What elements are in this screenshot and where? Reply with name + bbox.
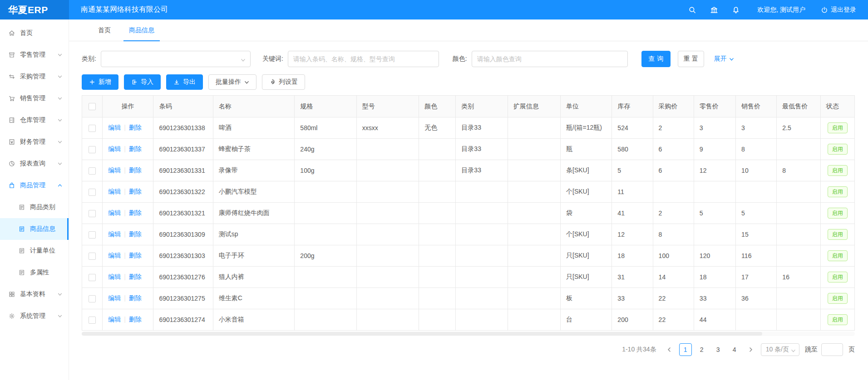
sidebar-item-4[interactable]: 销售管理 (0, 88, 69, 109)
sidebar-item-label: 商品信息 (30, 225, 55, 233)
cell-unit: 只[SKU] (561, 245, 612, 267)
prev-page-button[interactable] (663, 343, 676, 356)
edit-link[interactable]: 编辑 (108, 316, 121, 323)
row-checkbox[interactable] (89, 317, 96, 324)
edit-link[interactable]: 编辑 (108, 230, 121, 238)
cell-ext (508, 267, 560, 288)
category-select[interactable] (101, 51, 251, 67)
edit-link[interactable]: 编辑 (108, 145, 121, 152)
bank-icon[interactable] (710, 6, 718, 14)
page-button-2[interactable]: 2 (695, 343, 708, 356)
select-all-checkbox[interactable] (89, 103, 96, 110)
add-button[interactable]: 新增 (82, 74, 118, 90)
query-button[interactable]: 查询 (641, 51, 671, 67)
edit-link[interactable]: 编辑 (108, 188, 121, 195)
edit-link[interactable]: 编辑 (108, 294, 121, 302)
sidebar-item-5[interactable]: 仓库管理 (0, 109, 69, 131)
edit-link[interactable]: 编辑 (108, 209, 121, 216)
sidebar-item-13[interactable]: 基本资料 (0, 283, 69, 305)
reset-button[interactable]: 重置 (678, 51, 704, 67)
cell-unit: 板 (561, 288, 612, 309)
scrollbar-thumb[interactable] (82, 332, 762, 336)
page-button-4[interactable]: 4 (728, 343, 741, 356)
cell-retail: 5 (694, 203, 735, 224)
keyword-input[interactable] (288, 51, 439, 67)
cell-purchase: 8 (653, 224, 694, 245)
bag-icon (8, 182, 15, 189)
tab-product-info[interactable]: 商品信息 (127, 19, 156, 41)
delete-link[interactable]: 删除 (129, 273, 142, 280)
logout-button[interactable]: 退出登录 (821, 6, 856, 14)
sidebar-item-label: 仓库管理 (20, 116, 45, 124)
import-button[interactable]: 导入 (124, 74, 161, 90)
sidebar-item-11[interactable]: 计量单位 (0, 240, 69, 262)
table-row: 编辑|删除6901236301274小米音箱台2002244启用 (82, 309, 855, 331)
next-page-button[interactable] (745, 343, 757, 356)
row-checkbox[interactable] (89, 167, 96, 175)
column-header: 状态 (820, 96, 854, 117)
delete-link[interactable]: 删除 (129, 316, 142, 323)
cell-sale (736, 181, 777, 203)
column-settings-button[interactable]: 列设置 (262, 74, 305, 90)
delete-link[interactable]: 删除 (129, 145, 142, 152)
sidebar-item-7[interactable]: 报表查询 (0, 153, 69, 175)
table-row: 编辑|删除6901236301303电子手环200g只[SKU]18100120… (82, 245, 855, 267)
bell-icon[interactable] (732, 6, 740, 14)
row-checkbox[interactable] (89, 231, 96, 239)
pagination-total: 1-10 共34条 (622, 346, 656, 354)
filter-bar: 类别: 关键词: 颜色: 查询 重置 展开 (69, 41, 868, 67)
edit-link[interactable]: 编辑 (108, 166, 121, 174)
cell-purchase: 100 (653, 245, 694, 267)
row-checkbox[interactable] (89, 146, 96, 153)
row-checkbox[interactable] (89, 253, 96, 260)
row-checkbox[interactable] (89, 189, 96, 196)
sidebar-item-8[interactable]: 商品管理 (0, 175, 69, 196)
cell-model (356, 288, 419, 309)
sidebar-item-10[interactable]: 商品信息 (0, 218, 69, 240)
cell-sale: 5 (736, 203, 777, 224)
gear-icon (269, 79, 276, 85)
sidebar-item-label: 基本资料 (20, 290, 45, 298)
edit-link[interactable]: 编辑 (108, 124, 121, 131)
tab-home[interactable]: 首页 (96, 19, 113, 41)
cell-stock: 200 (612, 309, 653, 331)
delete-link[interactable]: 删除 (129, 252, 142, 259)
status-badge: 启用 (828, 165, 848, 176)
cell-spec (295, 224, 356, 245)
sidebar-item-2[interactable]: 零售管理 (0, 44, 69, 66)
sidebar-item-6[interactable]: 财务管理 (0, 131, 69, 153)
horizontal-scrollbar[interactable] (82, 331, 855, 336)
cell-sale: 15 (736, 224, 777, 245)
status-badge: 启用 (828, 144, 848, 155)
expand-link[interactable]: 展开 (714, 55, 734, 63)
delete-link[interactable]: 删除 (129, 209, 142, 216)
page-size-select[interactable]: 10 条/页 (761, 343, 799, 356)
row-checkbox[interactable] (89, 274, 96, 281)
export-button[interactable]: 导出 (166, 74, 203, 90)
sidebar-item-3[interactable]: 采购管理 (0, 66, 69, 88)
export-icon (173, 79, 180, 85)
color-input[interactable] (472, 51, 628, 67)
delete-link[interactable]: 删除 (129, 188, 142, 195)
delete-link[interactable]: 删除 (129, 124, 142, 131)
delete-link[interactable]: 删除 (129, 294, 142, 302)
sidebar-item-1[interactable]: 首页 (0, 22, 69, 44)
cell-operations: 编辑|删除 (103, 309, 153, 331)
row-checkbox[interactable] (89, 125, 96, 132)
delete-link[interactable]: 删除 (129, 166, 142, 174)
batch-actions-button[interactable]: 批量操作 (208, 74, 256, 90)
page-button-1[interactable]: 1 (679, 343, 692, 356)
edit-link[interactable]: 编辑 (108, 273, 121, 280)
edit-link[interactable]: 编辑 (108, 252, 121, 259)
row-checkbox[interactable] (89, 295, 96, 302)
sidebar-item-14[interactable]: 系统管理 (0, 305, 69, 327)
jump-page-input[interactable] (821, 343, 843, 356)
cell-barcode: 6901236301322 (153, 181, 213, 203)
delete-link[interactable]: 删除 (129, 230, 142, 238)
sidebar-item-12[interactable]: 多属性 (0, 262, 69, 283)
search-icon[interactable] (688, 6, 696, 14)
sidebar-item-9[interactable]: 商品类别 (0, 196, 69, 218)
page-button-3[interactable]: 3 (712, 343, 725, 356)
row-checkbox[interactable] (89, 210, 96, 217)
link-divider: | (124, 294, 126, 302)
